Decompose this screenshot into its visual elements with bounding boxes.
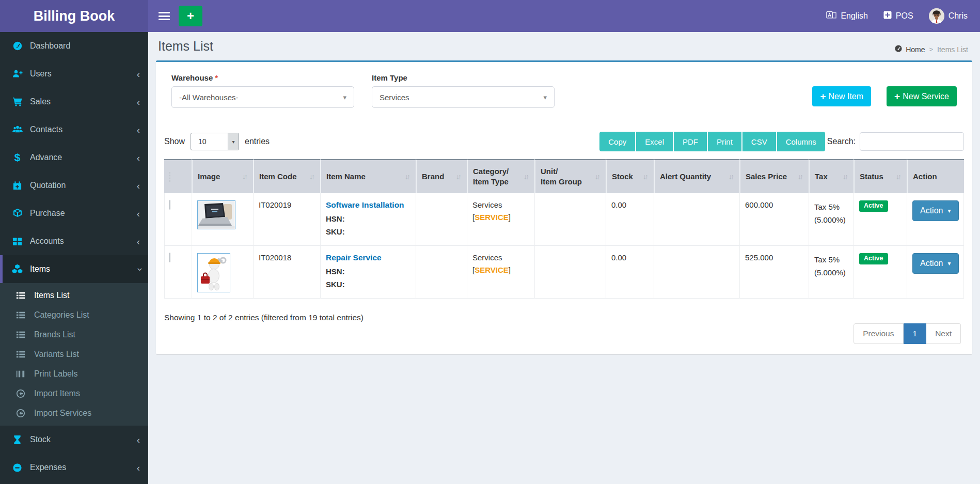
- quick-add-button[interactable]: +: [179, 6, 202, 26]
- submenu-item-items-list[interactable]: Items List: [0, 286, 148, 305]
- item-name-link[interactable]: Repair Service: [326, 253, 382, 262]
- submenu-item-brands-list[interactable]: Brands List: [0, 325, 148, 345]
- page-length-value: 10: [191, 133, 228, 150]
- items-table-wrap: Image↓↑ Item Code↓↑ Item Name↓↑ Brand↓↑ …: [164, 159, 964, 299]
- page-title: Items List: [158, 39, 972, 54]
- col-header-action: Action: [907, 159, 964, 193]
- warehouse-label: Warehouse*: [171, 73, 354, 82]
- hamburger-menu-icon[interactable]: [159, 12, 170, 20]
- sidebar-item-contacts[interactable]: Contacts ‹: [0, 116, 148, 144]
- submenu-item-label: Print Labels: [34, 369, 78, 379]
- row-checkbox[interactable]: [169, 200, 170, 210]
- user-menu[interactable]: Chris: [929, 8, 968, 24]
- stock-value: 0.00: [611, 253, 626, 262]
- submenu-item-print-labels[interactable]: Print Labels: [0, 364, 148, 384]
- entries-label: entries: [245, 137, 270, 146]
- chevron-left-icon: ‹: [137, 153, 140, 163]
- item-name-link[interactable]: Software Installation: [326, 200, 404, 210]
- col-header-brand[interactable]: Brand↓↑: [416, 159, 467, 193]
- dashboard-icon: [10, 41, 24, 51]
- header-action-buttons: + New Item + New Service: [812, 73, 957, 106]
- category-value: Services: [472, 253, 529, 262]
- chevron-down-icon: ‹: [133, 268, 143, 271]
- excel-button[interactable]: Excel: [636, 132, 673, 151]
- select-all-header: [164, 159, 192, 193]
- sidebar-item-items[interactable]: Items ‹: [0, 255, 148, 283]
- sort-icon: ↓↑: [843, 173, 848, 181]
- col-header-stock[interactable]: Stock↓↑: [606, 159, 654, 193]
- col-header-image[interactable]: Image↓↑: [192, 159, 253, 193]
- pdf-button[interactable]: PDF: [674, 132, 707, 151]
- brand-logo[interactable]: Billing Book: [0, 0, 148, 32]
- search-input[interactable]: [860, 132, 964, 151]
- columns-button[interactable]: Columns: [777, 132, 825, 151]
- warehouse-select[interactable]: -All Warehouses- ▾: [171, 86, 354, 108]
- sidebar-item-advance[interactable]: $ Advance ‹: [0, 144, 148, 171]
- next-page-button[interactable]: Next: [926, 323, 961, 344]
- sidebar-item-quotation[interactable]: Quotation ‹: [0, 171, 148, 199]
- topbar-left: +: [148, 6, 202, 26]
- sidebar-item-label: Users: [30, 69, 52, 79]
- search-group: Search:: [827, 132, 964, 151]
- sort-icon: ↓↑: [595, 173, 600, 181]
- table-footer: Showing 1 to 2 of 2 entries (filtered fr…: [164, 312, 964, 344]
- sidebar-item-label: Items: [30, 264, 50, 274]
- submenu-item-import-items[interactable]: Import Items: [0, 384, 148, 403]
- grid-icon: [10, 237, 24, 246]
- col-header-item-name[interactable]: Item Name↓↑: [320, 159, 416, 193]
- sidebar-item-dashboard[interactable]: Dashboard: [0, 32, 148, 60]
- user-name: Chris: [949, 11, 968, 21]
- breadcrumb-home-link[interactable]: Home: [894, 44, 925, 54]
- action-dropdown-button[interactable]: Action▾: [912, 200, 959, 221]
- new-item-button[interactable]: + New Item: [812, 86, 871, 106]
- col-header-item-code[interactable]: Item Code↓↑: [253, 159, 320, 193]
- col-header-unit[interactable]: Unit/Item Group↓↑: [534, 159, 606, 193]
- page-number-button[interactable]: 1: [904, 323, 927, 344]
- item-image-repair-mascot: [197, 253, 230, 292]
- chevron-left-icon: ‹: [137, 237, 140, 246]
- submenu-item-variants-list[interactable]: Variants List: [0, 345, 148, 364]
- sidebar-item-expenses[interactable]: Expenses ‹: [0, 454, 148, 481]
- list-icon: [16, 291, 29, 300]
- sidebar-item-stock[interactable]: Stock ‹: [0, 426, 148, 454]
- sales-price-value: 600.000: [745, 200, 773, 209]
- sidebar-item-label: Accounts: [30, 237, 64, 246]
- csv-button[interactable]: CSV: [742, 132, 776, 151]
- sidebar-item-sales[interactable]: Sales ‹: [0, 88, 148, 116]
- table-row: IT020018 Repair Service HSN: SKU: Servic…: [164, 246, 964, 299]
- print-button[interactable]: Print: [708, 132, 741, 151]
- cart-icon: [10, 97, 24, 107]
- table-controls-row: Show 10 ▾ entries Copy Excel PDF Print C…: [164, 132, 964, 151]
- sidebar-item-users[interactable]: Users ‹: [0, 60, 148, 88]
- col-header-tax[interactable]: Tax↓↑: [809, 159, 853, 193]
- row-checkbox[interactable]: [169, 253, 170, 262]
- sidebar-item-accounts[interactable]: Accounts ‹: [0, 227, 148, 255]
- language-menu[interactable]: English: [826, 11, 867, 21]
- item-type-select[interactable]: Services ▾: [372, 86, 555, 108]
- plus-icon: +: [820, 91, 826, 101]
- sidebar-item-purchase[interactable]: Purchase ‹: [0, 199, 148, 227]
- submenu-item-import-services[interactable]: Import Services: [0, 403, 148, 423]
- copy-button[interactable]: Copy: [599, 132, 635, 151]
- action-dropdown-button[interactable]: Action▾: [912, 253, 959, 274]
- submenu-item-categories-list[interactable]: Categories List: [0, 305, 148, 325]
- tax-rate: (5.000%): [814, 266, 848, 279]
- select-all-checkbox[interactable]: [169, 172, 170, 182]
- previous-page-button[interactable]: Previous: [853, 323, 903, 344]
- pos-menu[interactable]: POS: [883, 11, 913, 21]
- col-header-sales-price[interactable]: Sales Price↓↑: [739, 159, 809, 193]
- new-service-button[interactable]: + New Service: [887, 86, 957, 106]
- submenu-item-label: Import Items: [34, 389, 80, 398]
- status-badge: Active: [859, 253, 888, 264]
- sort-icon: ↓↑: [896, 173, 902, 181]
- sort-icon: ↓↑: [456, 173, 462, 181]
- warehouse-filter-group: Warehouse* -All Warehouses- ▾: [171, 73, 354, 108]
- barcode-icon: [16, 369, 29, 379]
- col-header-alert-quantity[interactable]: Alert Quantity↓↑: [654, 159, 739, 193]
- plus-square-icon: [883, 11, 892, 21]
- chevron-left-icon: ‹: [137, 125, 140, 135]
- import-arrow-circle-icon: [16, 389, 29, 398]
- col-header-status[interactable]: Status↓↑: [853, 159, 907, 193]
- col-header-category[interactable]: Category/Item Type↓↑: [467, 159, 534, 193]
- page-length-select[interactable]: 10 ▾: [191, 133, 239, 150]
